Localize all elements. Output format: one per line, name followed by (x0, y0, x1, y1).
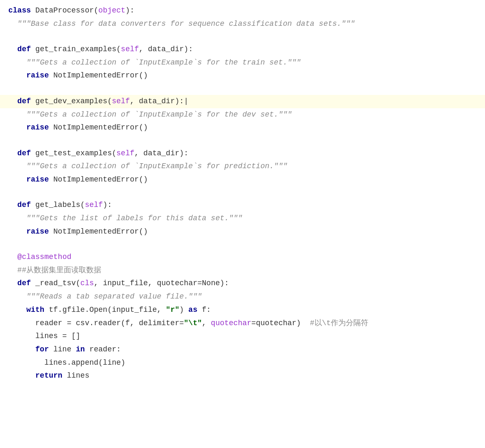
code-line-6: raise NotImplementedError() (0, 69, 485, 82)
code-line-20: @classmethod (0, 251, 485, 264)
code-line-10: raise NotImplementedError() (0, 121, 485, 134)
code-line-22: def _read_tsv(cls, input_file, quotechar… (0, 277, 485, 290)
code-line-3 (0, 30, 485, 43)
code-line-11 (0, 134, 485, 147)
code-line-19 (0, 238, 485, 251)
code-line-13: """Gets a collection of `InputExample`s … (0, 160, 485, 173)
code-line-9: """Gets a collection of `InputExample`s … (0, 108, 485, 122)
code-line-17: """Gets the list of labels for this data… (0, 212, 485, 225)
code-editor: class DataProcessor(object): """Base cla… (0, 0, 485, 448)
code-line-8: def get_dev_examples(self, data_dir):| (0, 95, 485, 108)
code-line-4: def get_train_examples(self, data_dir): (0, 43, 485, 56)
code-line-23: """Reads a tab separated value file.""" (0, 290, 485, 304)
code-line-16: def get_labels(self): (0, 199, 485, 212)
code-line-1: class DataProcessor(object): (0, 4, 485, 17)
code-line-15 (0, 187, 485, 199)
code-line-18: raise NotImplementedError() (0, 225, 485, 239)
code-line-7 (0, 82, 485, 95)
code-line-12: def get_test_examples(self, data_dir): (0, 147, 485, 160)
code-line-26: lines = [] (0, 330, 485, 343)
code-line-27: for line in reader: (0, 343, 485, 356)
code-line-25: reader = csv.reader(f, delimiter="\t", q… (0, 317, 485, 330)
code-line-14: raise NotImplementedError() (0, 173, 485, 187)
code-line-28: lines.append(line) (0, 356, 485, 370)
code-line-5: """Gets a collection of `InputExample`s … (0, 56, 485, 70)
code-line-29: return lines (0, 369, 485, 383)
code-line-21: ##从数据集里面读取数据 (0, 264, 485, 277)
code-line-24: with tf.gfile.Open(input_file, "r") as f… (0, 304, 485, 317)
code-line-2: """Base class for data converters for se… (0, 17, 485, 31)
